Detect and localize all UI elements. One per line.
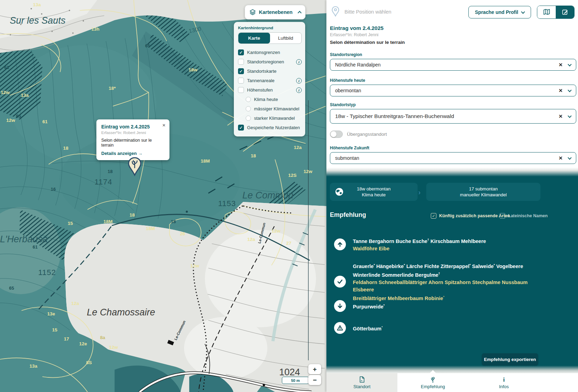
field-standortstyp: Standortstyp 18w - Typischer Buntreitgra… [330,102,576,124]
radio-label: Klima heute [254,97,278,102]
chevron-down-icon[interactable] [568,62,571,66]
tab-infos[interactable]: i Infos [468,373,539,392]
species-text: Tanne Bergahorn Buche Esche† Kirschbaum … [353,236,486,252]
map-label: 12a [247,237,255,242]
chevron-down-icon[interactable] [568,114,571,118]
map-label: 12w [190,263,199,268]
radio-icon[interactable] [246,116,251,121]
edit-view-button[interactable] [556,6,574,18]
checkbox-unchecked-icon[interactable] [238,59,244,65]
background-option-luftbild[interactable]: Luftbild [270,33,302,44]
map-label: 18 [108,169,112,174]
tab-empfehlung[interactable]: Empfehlung [397,373,468,392]
map-layers-button[interactable]: Kartenebenen [245,5,306,19]
layers-icon [249,9,256,16]
map-label: 12S [288,173,296,178]
checkbox-checked-icon[interactable]: ✓ [238,68,244,74]
tab-standort[interactable]: Standort [326,373,397,392]
map-label: 16 [51,187,56,192]
map-label: 1024 [279,367,300,377]
position-pin-icon [331,6,340,18]
climate-radio-row[interactable]: Klima heute [238,95,302,104]
zoom-out-button[interactable]: − [308,375,321,385]
tab-label: Standort [353,384,370,389]
map-label: 65 [16,113,21,119]
layers-panel-title: Kartenhintergrund [238,26,302,30]
radio-icon[interactable] [246,106,251,111]
clear-icon[interactable]: ✕ [559,88,563,93]
chevron-down-icon[interactable] [568,88,571,92]
position-hint: Bitte Position wählen [345,9,391,15]
map-scale-bar: 50 m [282,377,309,384]
map-label: 12w [6,118,15,123]
map-label: 1152 [38,268,56,277]
layer-label: Standortskarte [247,69,277,74]
hoehenstufe-zukunft-select[interactable]: submontan ✕ [330,152,576,164]
radio-label: starker Klimawandel [254,116,295,121]
language-profile-button[interactable]: Sprache und Profil [468,6,531,18]
checkbox-unchecked-icon[interactable] [238,87,244,93]
climate-radio-row[interactable]: starker Klimawandel [238,113,302,123]
species-text: Grauerle* Hängebirke* Lärche Fichte Zitt… [353,261,548,302]
radio-icon[interactable] [246,97,251,102]
checkbox-checked-icon[interactable]: ✓ [238,125,244,131]
scenario-current-line2: Klima heute [362,192,386,198]
map-marker-pin[interactable] [128,157,142,179]
checkbox-checked-icon[interactable]: ✓ [238,49,244,55]
treeapp-window: { "app": { "accent": "#0c5e66", "panel_t… [0,0,578,392]
field-hoehenstufe-zukunft: Höhenstufe Zukunft submontan ✕ [330,146,576,164]
map-label: 13a [21,93,29,98]
map-label: 65 [9,285,14,291]
filter-latin-names[interactable]: Lateinische Namen [500,213,548,219]
layer-row[interactable]: ✓ Standortskarte [238,66,302,76]
standortsregion-select[interactable]: Nördliche Randalpen ✕ [330,59,576,71]
map-label: 18M [201,158,210,164]
popup-details-link[interactable]: Details anzeigen → [101,151,165,156]
field-value: 18w - Typischer Buntreitgras-Tannen-Buch… [335,113,559,119]
layer-row[interactable]: ✓ Gespeicherte Nutzerdaten [238,123,302,132]
uebergangsstandort-toggle[interactable] [330,131,343,138]
layer-row[interactable]: ✓ Kantonsgrenzen [238,48,302,57]
map-label: 18 [129,212,135,218]
clear-icon[interactable]: ✕ [559,155,563,161]
background-segmented-control: Karte Luftbild [238,32,302,44]
clear-icon[interactable]: ✕ [559,113,563,119]
map-view-button[interactable] [537,6,556,18]
layer-label: Höhenstufen [247,87,273,93]
map-label: Le Chamossaire [87,307,155,317]
layer-row[interactable]: Höhenstufen i [238,85,302,95]
climate-radio-row[interactable]: mässiger Klimawandel [238,104,302,113]
map-canvas[interactable]: 13aSur les Sauts13h1300656118w18*12w13a6… [0,0,326,392]
map-label: 61 [42,119,48,124]
info-icon[interactable]: i [296,87,302,93]
popup-close-icon[interactable]: ✕ [162,123,166,128]
info-icon[interactable]: i [296,59,302,65]
zoom-in-button[interactable]: + [308,364,321,374]
hoehenstufe-heute-select[interactable]: obermontan ✕ [330,85,576,96]
checkbox-unchecked-icon[interactable] [500,213,505,219]
field-value: submontan [335,155,559,161]
layer-row[interactable]: Tannenareale i [238,76,302,85]
checkbox-unchecked-icon[interactable] [238,78,244,84]
standortstyp-select[interactable]: 18w - Typischer Buntreitgras-Tannen-Buch… [330,109,576,124]
map-label: Sur les Sauts [10,15,65,26]
background-option-karte[interactable]: Karte [238,33,270,44]
map-label: 13e [47,311,55,316]
popup-title: Eintrag vom 2.4.2025 [101,124,165,130]
map-label: 1174 [94,178,112,186]
side-panel: Bitte Position wählen Sprache und Profil… [326,0,578,392]
scenario-chevron-icon: › [418,188,421,196]
clear-icon[interactable]: ✕ [559,62,563,68]
filter-future-species[interactable]: ✓ Künftig zusätzlich passende Arten [431,213,510,219]
checkbox-checked-icon[interactable]: ✓ [431,213,436,219]
chevron-down-icon[interactable] [568,156,571,159]
recommendation-title: Empfehlung [330,211,366,219]
export-recommendation-button[interactable]: Empfehlung exportieren [482,353,538,365]
map-label: 12e [79,341,87,346]
layer-row[interactable]: Standortsregionen i [238,57,302,66]
uebergangsstandort-toggle-row: Übergangsstandort [330,131,387,138]
radio-label: mässiger Klimawandel [254,106,299,111]
map-label: 12a [71,301,79,306]
map-label: Le Commun [243,190,294,201]
info-icon[interactable]: i [296,78,302,84]
